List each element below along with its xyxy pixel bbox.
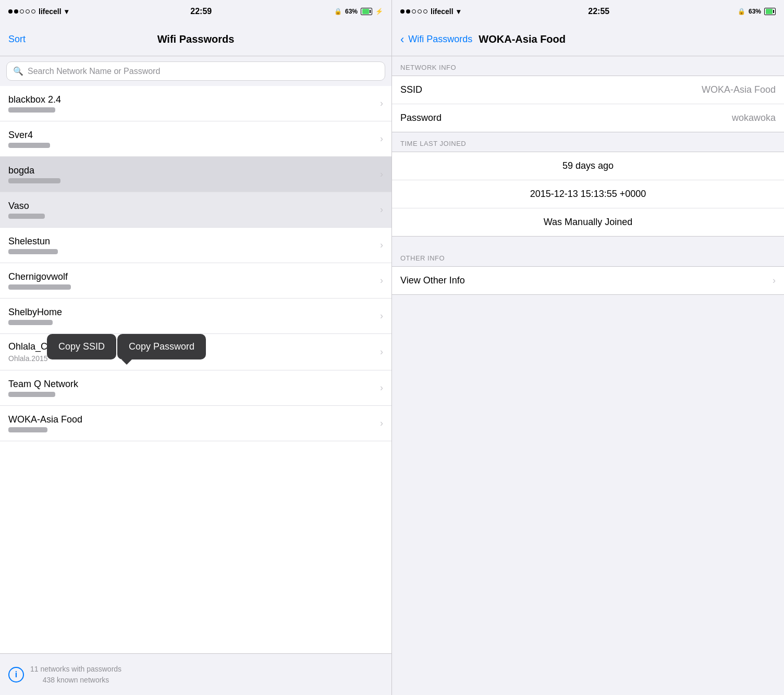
battery-icon-right bbox=[764, 8, 776, 15]
battery-fill-r bbox=[766, 9, 773, 14]
search-input[interactable]: Search Network Name or Password bbox=[28, 67, 160, 76]
signal-dots bbox=[8, 9, 35, 14]
list-item-content: Chernigovwolf bbox=[8, 271, 71, 290]
list-item[interactable]: ShelbyHome › bbox=[0, 299, 391, 334]
password-blur bbox=[8, 249, 58, 254]
battery-tip-r bbox=[773, 10, 774, 13]
carrier-right: lifecell bbox=[431, 7, 454, 16]
wifi-icon-right: ▾ bbox=[457, 7, 460, 16]
list-item[interactable]: blackbox 2.4 › bbox=[0, 86, 391, 121]
chevron-icon: › bbox=[380, 169, 383, 180]
password-blur bbox=[8, 143, 50, 148]
lock-icon-right: 🔒 bbox=[738, 8, 745, 15]
network-name: Shelestun bbox=[8, 236, 58, 247]
view-other-label[interactable]: View Other Info bbox=[400, 275, 465, 286]
list-item[interactable]: Chernigovwolf › bbox=[0, 263, 391, 299]
lightning-icon-left: ⚡ bbox=[375, 8, 383, 15]
time-right: 22:55 bbox=[588, 7, 609, 16]
list-item[interactable]: Shelestun › bbox=[0, 228, 391, 263]
list-item[interactable]: Sver4 › bbox=[0, 121, 391, 157]
ssid-value: WOKA-Asia Food bbox=[702, 84, 776, 95]
status-bar-right: lifecell ▾ 22:55 🔒 63% bbox=[392, 0, 784, 23]
time-exact-row: 2015-12-13 15:13:55 +0000 bbox=[392, 180, 784, 208]
password-blur bbox=[8, 107, 55, 113]
dot3 bbox=[20, 9, 24, 14]
network-name: WOKA-Asia Food bbox=[8, 414, 82, 425]
nav-bar-left: Sort Wifi Passwords bbox=[0, 23, 391, 56]
right-nav-bar: ‹ Wifi Passwords WOKA-Asia Food bbox=[392, 23, 784, 56]
time-section: TIME LAST JOINED 59 days ago 2015-12-13 … bbox=[392, 132, 784, 237]
network-info-header: NETWORK INFO bbox=[392, 56, 784, 76]
wifi-list: blackbox 2.4 › Sver4 › bogda › Copy SSID… bbox=[0, 86, 391, 653]
copy-ssid-button[interactable]: Copy SSID bbox=[47, 334, 116, 359]
battery-icon-left bbox=[361, 8, 372, 15]
ssid-row: SSID WOKA-Asia Food bbox=[392, 76, 784, 104]
signal-dots-right bbox=[400, 9, 427, 14]
chevron-icon: › bbox=[380, 346, 383, 357]
ssid-label: SSID bbox=[400, 84, 422, 95]
network-info-section: NETWORK INFO SSID WOKA-Asia Food Passwor… bbox=[392, 56, 784, 132]
time-header: TIME LAST JOINED bbox=[392, 132, 784, 152]
view-other-row[interactable]: View Other Info › bbox=[392, 266, 784, 295]
password-label: Password bbox=[400, 113, 442, 123]
chevron-icon: › bbox=[380, 275, 383, 286]
footer-text: 11 networks with passwords 438 known net… bbox=[30, 664, 121, 686]
left-panel: lifecell ▾ 22:59 🔒 63% ⚡ Sort Wifi Passw… bbox=[0, 0, 392, 695]
status-left-right: lifecell ▾ bbox=[400, 7, 460, 16]
time-ago-row: 59 days ago bbox=[392, 152, 784, 180]
chevron-icon: › bbox=[380, 311, 383, 321]
list-item-content: Shelestun bbox=[8, 236, 58, 254]
list-item-team-q[interactable]: Team Q Network › bbox=[0, 370, 391, 406]
sort-button[interactable]: Sort bbox=[8, 34, 26, 45]
password-blur bbox=[8, 178, 60, 183]
dot4 bbox=[26, 9, 30, 14]
context-menu: Copy SSID Copy Password bbox=[47, 334, 206, 359]
back-chevron-icon: ‹ bbox=[400, 33, 404, 46]
rdot4 bbox=[418, 9, 422, 14]
chevron-icon: › bbox=[380, 98, 383, 109]
known-networks: 438 known networks bbox=[30, 675, 121, 686]
battery-percent-right: 63% bbox=[749, 8, 761, 15]
network-name: Team Q Network bbox=[8, 379, 78, 390]
battery-percent-left: 63% bbox=[345, 8, 358, 15]
copy-password-button[interactable]: Copy Password bbox=[117, 334, 206, 359]
network-name: Chernigovwolf bbox=[8, 271, 71, 282]
carrier-left: lifecell bbox=[39, 7, 62, 16]
password-blur bbox=[8, 392, 55, 397]
networks-with-passwords: 11 networks with passwords bbox=[30, 664, 121, 675]
back-button[interactable]: Wifi Passwords bbox=[408, 34, 472, 45]
battery-tip bbox=[370, 10, 371, 13]
list-item-vaso[interactable]: Vaso › bbox=[0, 192, 391, 228]
password-blur bbox=[8, 214, 45, 219]
search-input-wrapper[interactable]: 🔍 Search Network Name or Password bbox=[6, 61, 385, 81]
search-icon: 🔍 bbox=[13, 66, 23, 76]
list-item-content: Vaso bbox=[8, 201, 45, 219]
list-item-content: blackbox 2.4 bbox=[8, 94, 61, 113]
status-bar-left: lifecell ▾ 22:59 🔒 63% ⚡ bbox=[0, 0, 391, 23]
password-blur bbox=[8, 284, 71, 290]
info-icon[interactable]: i bbox=[8, 667, 24, 682]
chevron-icon: › bbox=[380, 382, 383, 393]
list-footer: i 11 networks with passwords 438 known n… bbox=[0, 653, 391, 695]
wifi-icon-left: ▾ bbox=[65, 7, 68, 16]
status-right-left: 🔒 63% ⚡ bbox=[334, 8, 383, 15]
lock-icon-left: 🔒 bbox=[334, 8, 342, 15]
other-info-header: OTHER INFO bbox=[392, 247, 784, 266]
list-item-woka[interactable]: WOKA-Asia Food › bbox=[0, 406, 391, 441]
password-blur bbox=[8, 427, 47, 432]
network-name: blackbox 2.4 bbox=[8, 94, 61, 105]
network-name: bogda bbox=[8, 165, 60, 176]
chevron-icon: › bbox=[380, 240, 383, 251]
chevron-icon: › bbox=[380, 418, 383, 429]
list-item-bogda[interactable]: bogda › Copy SSID Copy Password bbox=[0, 157, 391, 192]
list-item-content: Sver4 bbox=[8, 130, 50, 148]
list-item-content: bogda bbox=[8, 165, 60, 183]
search-bar: 🔍 Search Network Name or Password bbox=[0, 56, 391, 86]
join-type-row: Was Manually Joined bbox=[392, 208, 784, 236]
list-item-content: ShelbyHome bbox=[8, 307, 62, 325]
context-menu-arrow bbox=[121, 359, 132, 365]
chevron-icon: › bbox=[380, 133, 383, 144]
list-item-content: Team Q Network bbox=[8, 379, 78, 397]
rdot2 bbox=[406, 9, 410, 14]
time-left: 22:59 bbox=[190, 7, 212, 16]
